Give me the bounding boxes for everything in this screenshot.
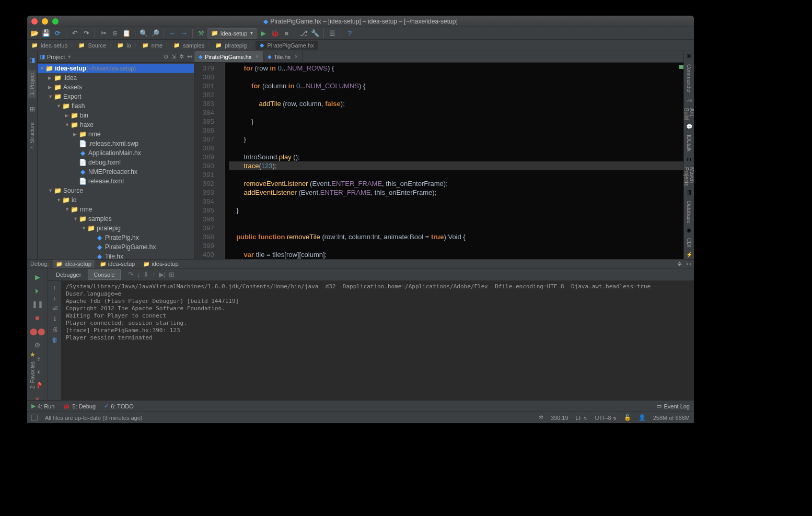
minimize-window-button[interactable] bbox=[42, 18, 48, 25]
background-tasks-icon[interactable]: ✲ bbox=[539, 414, 543, 421]
step-into-icon[interactable]: ↓ bbox=[137, 271, 141, 278]
sync-button[interactable]: ⟳ bbox=[52, 28, 63, 39]
cdi-icon[interactable]: ◉ bbox=[687, 227, 691, 233]
vcs-button[interactable]: ⎇ bbox=[298, 28, 309, 39]
stop-button[interactable]: ■ bbox=[32, 312, 43, 323]
tree-row[interactable]: 📄debug.hxml bbox=[38, 158, 194, 167]
line-separator[interactable]: LF ⇅ bbox=[576, 415, 588, 421]
run-tool-tab[interactable]: ▶ 4: Run bbox=[31, 403, 54, 409]
undo-button[interactable]: ↶ bbox=[69, 28, 80, 39]
breadcrumb-item[interactable]: 📁nme bbox=[140, 42, 165, 49]
breadcrumb-item[interactable]: 📁idea-setup bbox=[29, 42, 69, 49]
project-tree[interactable]: ▼📁idea-setup (~/haxe/idea-setup)▶📁.idea▶… bbox=[38, 63, 194, 259]
tree-row[interactable]: ▶📁nme bbox=[38, 130, 194, 139]
ant-build-icon[interactable]: 🐜 bbox=[686, 97, 692, 103]
memory-indicator[interactable]: 258M of 666M bbox=[653, 415, 690, 421]
debug-config-tab[interactable]: 📁idea-setup bbox=[97, 260, 138, 268]
mute-breakpoints-button[interactable]: ⊘ bbox=[32, 339, 43, 350]
build-button[interactable]: ⚒ bbox=[196, 28, 206, 39]
gear-icon[interactable]: ✲ bbox=[179, 53, 184, 60]
scroll-from-source-icon[interactable]: ⊙ bbox=[164, 53, 168, 60]
soft-wrap-icon[interactable]: ⏎ bbox=[52, 305, 57, 312]
lock-icon[interactable]: 🔓 bbox=[624, 414, 631, 421]
copy-button[interactable]: ⎘ bbox=[110, 28, 120, 39]
hide-icon[interactable]: ↤ bbox=[187, 53, 192, 60]
save-all-button[interactable]: 💾 bbox=[41, 28, 51, 39]
find-button[interactable]: 🔍 bbox=[138, 28, 149, 39]
debug-tool-tab[interactable]: 🐞 5: Debug bbox=[63, 403, 96, 409]
tree-row[interactable]: ◆PiratePig.hx bbox=[38, 233, 194, 242]
tree-row[interactable]: ◆PiratePigGame.hx bbox=[38, 242, 194, 252]
commander-icon[interactable]: ⌘ bbox=[687, 53, 692, 59]
pause-button[interactable]: ❚❚ bbox=[32, 299, 43, 309]
structure-tool-tab[interactable]: 7: Structure bbox=[28, 119, 36, 153]
debug-button[interactable]: 🐞 bbox=[270, 28, 280, 39]
cut-button[interactable]: ✂ bbox=[98, 28, 109, 39]
fold-gutter[interactable] bbox=[217, 63, 225, 259]
close-tab-icon[interactable]: × bbox=[295, 54, 298, 60]
step-over-icon[interactable]: ↷ bbox=[128, 271, 134, 278]
code-editor[interactable]: 3793803813823833843853863873883893903913… bbox=[194, 63, 683, 259]
tree-row[interactable]: ◆NMEPreloader.hx bbox=[38, 167, 194, 177]
paste-button[interactable]: 📋 bbox=[121, 28, 132, 39]
step-out-icon[interactable]: ↑ bbox=[152, 271, 156, 278]
open-button[interactable]: 📂 bbox=[29, 28, 40, 39]
tree-row[interactable]: ▼📁Source bbox=[38, 186, 194, 195]
favorites-tool-tab[interactable]: 2: Favorites bbox=[29, 358, 37, 392]
hide-icon[interactable]: ↤ bbox=[686, 261, 691, 267]
cdi-tool-tab[interactable]: CDI bbox=[685, 235, 693, 250]
tree-row[interactable]: 📄release.hxml bbox=[38, 177, 194, 186]
chevron-down-icon[interactable]: ▼ bbox=[67, 54, 72, 60]
tree-row[interactable]: ▶📁Assets bbox=[38, 83, 194, 92]
back-button[interactable]: ← bbox=[167, 28, 178, 39]
breadcrumb-item[interactable]: 📁piratepig bbox=[213, 42, 249, 49]
file-encoding[interactable]: UTF-8 ⇅ bbox=[595, 415, 616, 421]
settings-button[interactable]: 🔧 bbox=[310, 28, 320, 39]
tree-row[interactable]: ◆ApplicationMain.hx bbox=[38, 148, 194, 158]
database-icon[interactable]: 🗄 bbox=[687, 190, 692, 196]
breadcrumb-item[interactable]: 📁io bbox=[115, 42, 133, 49]
tree-row-root[interactable]: ▼📁idea-setup (~/haxe/idea-setup) bbox=[38, 64, 194, 73]
maven-projects-icon[interactable]: m bbox=[687, 156, 691, 162]
run-to-cursor-icon[interactable]: ▶| bbox=[159, 271, 166, 278]
structure-icon[interactable]: ⊞ bbox=[30, 105, 35, 113]
down-icon[interactable]: ↓ bbox=[53, 295, 56, 302]
breadcrumb-item[interactable]: 📁Source bbox=[76, 42, 108, 49]
console-output[interactable]: /System/Library/Java/JavaVirtualMachines… bbox=[62, 281, 694, 418]
structure-button[interactable]: ☰ bbox=[327, 28, 338, 39]
code-content[interactable]: for (row in 0...NUM_ROWS) { for (column … bbox=[225, 63, 683, 259]
tree-row[interactable]: ▼📁piratepig bbox=[38, 224, 194, 233]
gear-icon[interactable]: ✲ bbox=[677, 261, 682, 267]
scroll-to-end-icon[interactable]: ⤓ bbox=[52, 315, 57, 323]
maven-projects-tool-tab[interactable]: Maven Projects bbox=[682, 164, 694, 189]
close-tab-icon[interactable]: × bbox=[256, 54, 259, 60]
evaluate-icon[interactable]: ⊞ bbox=[169, 271, 175, 278]
forward-button[interactable]: → bbox=[179, 28, 189, 39]
tree-row[interactable]: ▼📁io bbox=[38, 195, 194, 205]
stop-button[interactable]: ■ bbox=[281, 28, 292, 39]
collapse-all-icon[interactable]: ⇲ bbox=[171, 53, 176, 60]
project-icon[interactable]: ◨ bbox=[29, 56, 35, 64]
commander-tool-tab[interactable]: Commander bbox=[685, 61, 693, 96]
clear-icon[interactable]: 🗑 bbox=[52, 336, 58, 344]
star-icon[interactable]: ★ bbox=[30, 351, 36, 358]
todo-tool-tab[interactable]: ✓ 6: TODO bbox=[104, 403, 134, 409]
debug-config-tab[interactable]: 📁idea-setup bbox=[53, 260, 94, 268]
idetalk-tool-tab[interactable]: IDEtalk bbox=[685, 132, 693, 155]
tree-row[interactable]: ▼📁flash bbox=[38, 101, 194, 111]
debugger-tab[interactable]: Debugger bbox=[50, 269, 87, 280]
print-icon[interactable]: 🖨 bbox=[52, 326, 58, 333]
tree-row[interactable]: ▼📁haxe bbox=[38, 120, 194, 130]
close-window-button[interactable] bbox=[31, 18, 38, 25]
tree-row[interactable]: ▼📁nme bbox=[38, 205, 194, 214]
project-tool-tab[interactable]: 1: Project bbox=[28, 70, 36, 98]
ant-build-tool-tab[interactable]: Ant Build bbox=[682, 105, 694, 123]
editor-tab[interactable]: ◆ PiratePigGame.hx × bbox=[194, 51, 263, 62]
jetgradle-icon[interactable]: ⚡ bbox=[686, 252, 692, 257]
tree-row[interactable]: ▼📁Export bbox=[38, 92, 194, 101]
view-breakpoints-button[interactable]: ⬤⬤ bbox=[32, 326, 43, 336]
breadcrumb-item[interactable]: 📁samples bbox=[171, 42, 206, 49]
zoom-window-button[interactable] bbox=[52, 18, 59, 25]
tree-row[interactable]: ◆Tile.hx bbox=[38, 252, 194, 259]
run-config-selector[interactable]: 📁 idea-setup ▼ bbox=[207, 28, 257, 39]
